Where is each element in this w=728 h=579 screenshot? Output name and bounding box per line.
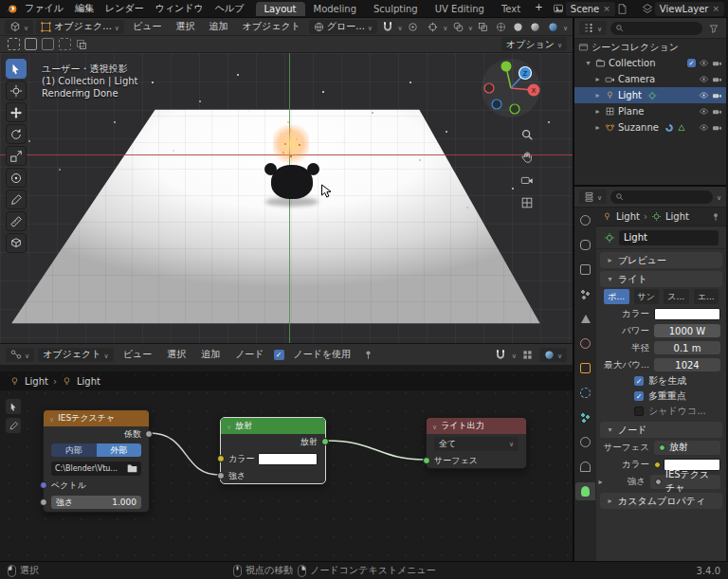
tab-physics[interactable] <box>575 433 595 451</box>
select-mode-new-icon[interactable] <box>6 37 21 52</box>
select-mode-extend-icon[interactable] <box>23 37 38 52</box>
editor-type-button-properties[interactable] <box>579 190 607 204</box>
light-type-point[interactable]: ポ... <box>604 289 629 304</box>
node-emission[interactable]: 放射 放射 カラー 強さ <box>220 417 326 484</box>
viewlayer-browse-icon[interactable] <box>640 1 655 16</box>
emission-color-swatch[interactable] <box>258 453 318 465</box>
camera-restrict-icon[interactable] <box>712 122 722 133</box>
tab-output[interactable] <box>575 261 595 279</box>
ies-strength-input-socket[interactable] <box>40 498 47 506</box>
collapse-icon[interactable] <box>49 414 54 424</box>
vp-menu-add[interactable]: 追加 <box>203 20 233 33</box>
proportional-edit-icon[interactable] <box>406 19 420 34</box>
scene-browse-icon[interactable] <box>551 1 566 16</box>
xray-toggle-icon[interactable] <box>476 19 490 34</box>
pan-hand-icon[interactable] <box>519 150 535 165</box>
outliner-row-suzanne[interactable]: ▸ Suzanne <box>574 119 726 136</box>
add-workspace-button[interactable]: + <box>529 2 548 16</box>
workspace-tab-uvediting[interactable]: UV Editing <box>427 2 493 16</box>
toggle-perspective-icon[interactable] <box>519 195 535 210</box>
workspace-tab-text[interactable]: Text <box>493 2 529 16</box>
menu-window[interactable]: ウィンドウ <box>150 2 209 15</box>
eye-icon[interactable] <box>699 90 709 100</box>
viewlayer-selector[interactable]: ViewLayer × <box>655 2 724 16</box>
suzanne-object[interactable] <box>271 165 313 199</box>
node-output-header[interactable]: ライト出力 <box>427 418 526 434</box>
eye-icon[interactable] <box>699 74 709 84</box>
outliner-row-camera[interactable]: ▸ Camera <box>574 71 726 87</box>
blender-logo-icon[interactable] <box>4 1 19 16</box>
vp-menu-view[interactable]: ビュー <box>127 20 167 33</box>
editor-type-button-3d[interactable] <box>5 20 33 34</box>
outliner-row-light[interactable]: ▸ Light <box>574 87 726 103</box>
light-type-area[interactable]: エ... <box>694 289 719 304</box>
menu-file[interactable]: ファイル <box>19 2 69 15</box>
shading-solid-icon[interactable] <box>511 19 525 34</box>
shader-type-dropdown[interactable]: オブジェクト <box>38 348 114 362</box>
panel-preview[interactable]: ▸ プレビュー <box>600 252 722 268</box>
sh-menu-view[interactable]: ビュー <box>118 348 157 361</box>
color-input-socket[interactable] <box>217 455 225 462</box>
chevron-down-icon[interactable] <box>468 22 473 32</box>
workspace-tab-modeling[interactable]: Modeling <box>305 2 366 16</box>
expand-icon[interactable]: ▸ <box>593 91 602 100</box>
tool-move[interactable] <box>6 102 27 122</box>
surface-input-socket[interactable] <box>423 457 430 464</box>
camera-view-icon[interactable] <box>519 172 535 188</box>
light-data-icon[interactable] <box>647 91 657 100</box>
radius-field[interactable]: 0.1 m <box>654 341 720 354</box>
use-nodes-checkbox[interactable]: ✓ <box>274 350 284 360</box>
editor-type-button-shader[interactable] <box>6 348 34 362</box>
expand-icon[interactable]: ▸ <box>593 123 602 132</box>
tab-tool[interactable] <box>575 211 595 229</box>
node-ies-texture[interactable]: IESテクスチャ 係数 内部 外部 C:\Blender <box>43 409 150 513</box>
mis-checkbox[interactable]: ✓ <box>634 391 644 401</box>
camera-restrict-icon[interactable] <box>712 90 722 100</box>
outliner-row-plane[interactable]: ▸ Plane <box>574 103 726 119</box>
sh-menu-node[interactable]: ノード <box>229 348 269 361</box>
tool-annotate[interactable] <box>6 190 27 209</box>
chevron-down-icon[interactable] <box>443 22 447 32</box>
mesh-data-icon[interactable] <box>677 123 686 133</box>
node-ies-header[interactable]: IESテクスチャ <box>44 410 149 426</box>
tool-transform[interactable] <box>6 168 27 188</box>
eye-icon[interactable] <box>699 58 709 68</box>
scene-selector[interactable]: Scene × <box>566 2 615 16</box>
bounces-field[interactable]: 1024 <box>654 358 720 371</box>
strength-input-button[interactable]: IESテクスチャ <box>650 475 720 489</box>
outliner-row-collection[interactable]: ▾ Collection ✓ <box>574 55 726 71</box>
collection-checkbox[interactable]: ✓ <box>687 59 696 67</box>
shader-editor-canvas[interactable]: Light › Light IESテクスチャ <box>0 366 573 561</box>
snap-magnet-icon[interactable] <box>380 19 394 34</box>
expand-icon[interactable]: ▸ <box>596 478 605 486</box>
power-field[interactable]: 1000 W <box>654 324 720 337</box>
shading-wireframe-icon[interactable] <box>493 19 507 34</box>
shading-material-icon[interactable] <box>528 19 542 34</box>
menu-help[interactable]: ヘルプ <box>209 2 250 15</box>
chevron-down-icon[interactable] <box>397 22 402 32</box>
tab-object-data-light[interactable] <box>575 482 595 500</box>
overlays-icon[interactable] <box>450 19 464 34</box>
expand-icon[interactable]: ▾ <box>584 59 592 67</box>
folder-icon[interactable] <box>127 463 137 473</box>
sh-menu-select[interactable]: 選択 <box>161 348 191 361</box>
breadcrumb-object[interactable]: Light <box>616 211 640 222</box>
ies-filepath-field[interactable]: C:\Blender\Vtu... <box>51 461 141 476</box>
menu-render[interactable]: レンダー <box>100 2 150 15</box>
vp-menu-select[interactable]: 選択 <box>170 20 200 33</box>
workspace-tab-layout[interactable]: Layout <box>256 2 305 16</box>
chevron-down-icon[interactable] <box>563 22 568 32</box>
emission-output-socket[interactable] <box>321 438 329 445</box>
tab-particles[interactable] <box>575 408 595 426</box>
modifier-icon[interactable] <box>664 123 674 133</box>
sh-menu-add[interactable]: 追加 <box>195 348 226 361</box>
viewport-options-dropdown[interactable]: オプション <box>501 37 567 51</box>
chevron-down-icon[interactable] <box>512 350 517 360</box>
tab-view-layer[interactable] <box>575 285 595 303</box>
sh-preview-sphere-dropdown[interactable] <box>539 348 567 362</box>
editor-type-button-outliner[interactable] <box>579 21 607 35</box>
tool-select-box[interactable] <box>6 59 27 79</box>
tool-scale[interactable] <box>6 146 27 166</box>
collapse-icon[interactable] <box>227 422 231 431</box>
node-light-output[interactable]: ライト出力 全て サーフェス <box>426 417 527 469</box>
